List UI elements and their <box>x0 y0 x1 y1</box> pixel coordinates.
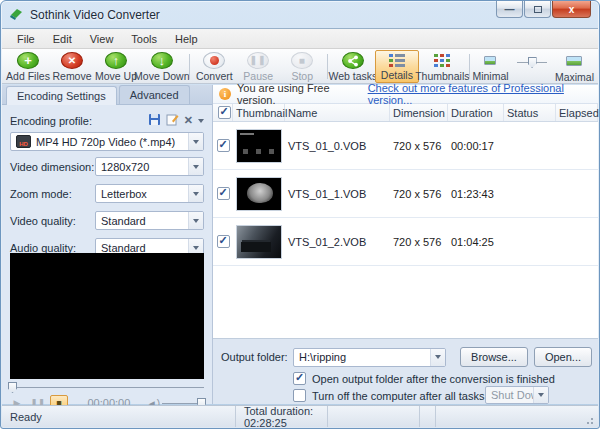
col-thumbnail[interactable]: Thumbnail <box>233 104 285 121</box>
video-thumbnail <box>236 129 282 163</box>
encoding-profile-value: MP4 HD 720p Video (*.mp4) <box>36 136 175 148</box>
web-tasks-label: Web tasks <box>328 70 377 82</box>
large-image-icon <box>566 56 582 66</box>
edit-profile-icon[interactable] <box>166 113 179 128</box>
thumbnails-button[interactable]: Thumbnails <box>419 50 466 83</box>
dropdown-arrow[interactable] <box>430 349 445 366</box>
add-files-button[interactable]: + Add Files <box>6 50 50 83</box>
seek-slider[interactable] <box>8 382 206 393</box>
professional-version-link[interactable]: Check out more features of Professional … <box>368 82 598 106</box>
maximize-button[interactable] <box>524 1 551 18</box>
open-folder-option[interactable]: Open output folder after the conversion … <box>293 372 555 385</box>
tab-advanced[interactable]: Advanced <box>119 85 190 104</box>
row-checkbox[interactable] <box>217 187 230 200</box>
row-checkbox[interactable] <box>217 235 230 248</box>
table-header: Thumbnail Name Dimension Duration Status… <box>213 104 598 122</box>
video-dimension-select[interactable]: 1280x720 <box>95 157 204 176</box>
dropdown-arrow[interactable] <box>188 133 203 150</box>
file-elapsed <box>556 122 598 169</box>
pause-button[interactable]: ❚❚ Pause <box>236 50 280 83</box>
video-thumbnail <box>236 177 282 211</box>
remove-label: Remove <box>52 70 91 82</box>
minimize-button[interactable]: — <box>496 1 523 18</box>
status-panel <box>436 406 598 427</box>
menu-tools[interactable]: Tools <box>122 31 166 47</box>
info-icon: i <box>219 88 231 100</box>
stop-button[interactable]: ■ Stop <box>280 50 324 83</box>
web-tasks-button[interactable]: Web tasks <box>331 50 375 83</box>
col-duration[interactable]: Duration <box>448 104 504 121</box>
details-button[interactable]: Details <box>375 50 419 83</box>
file-status <box>504 170 556 217</box>
save-profile-icon[interactable] <box>148 113 161 128</box>
record-icon <box>203 52 225 69</box>
file-status <box>504 122 556 169</box>
details-label: Details <box>381 69 413 81</box>
delete-profile-icon[interactable]: ✕ <box>184 114 193 127</box>
video-quality-select[interactable]: Standard <box>95 211 204 230</box>
dropdown-arrow[interactable] <box>188 158 203 175</box>
add-icon: + <box>17 52 39 69</box>
left-tabs: Encoding Settings Advanced <box>2 85 212 105</box>
slider-thumb[interactable] <box>528 57 537 68</box>
encoding-profile-select[interactable]: MP4 HD 720p Video (*.mp4) <box>10 132 204 151</box>
remove-button[interactable]: ✕ Remove <box>50 50 94 83</box>
audio-quality-label: Audio quality: <box>10 242 95 254</box>
free-version-banner: i You are using Free version. Check out … <box>213 85 598 104</box>
title-bar[interactable]: Sothink Video Converter — x <box>1 1 599 28</box>
select-all-checkbox[interactable] <box>218 106 231 119</box>
task-panel: i You are using Free version. Check out … <box>213 85 598 404</box>
col-status[interactable]: Status <box>504 104 556 121</box>
col-name[interactable]: Name <box>285 104 390 121</box>
select-all-cell <box>213 104 233 121</box>
tab-encoding-settings[interactable]: Encoding Settings <box>6 86 117 105</box>
shutdown-select[interactable]: Shut Down <box>485 386 549 404</box>
file-duration: 01:23:43 <box>448 170 504 217</box>
table-row[interactable]: VTS_01_2.VOB 720 x 576 01:04:25 <box>213 218 598 266</box>
table-row[interactable]: VTS_01_0.VOB 720 x 576 00:00:17 <box>213 122 598 170</box>
move-up-button[interactable]: ↑ Move Up <box>94 50 138 83</box>
thumbnails-icon <box>434 52 450 69</box>
file-dimension: 720 x 576 <box>390 218 448 265</box>
video-thumbnail <box>236 225 282 259</box>
turn-off-checkbox[interactable] <box>293 389 306 402</box>
maximal-size: Maximal <box>555 50 594 83</box>
dropdown-arrow[interactable] <box>188 185 203 202</box>
encoding-panel: Encoding Settings Advanced Encoding prof… <box>2 85 213 404</box>
file-status <box>504 218 556 265</box>
video-quality-value: Standard <box>101 215 146 227</box>
file-elapsed <box>556 170 598 217</box>
thumbnail-size-slider[interactable] <box>517 57 547 68</box>
close-button[interactable]: x <box>552 1 591 18</box>
row-checkbox[interactable] <box>217 139 230 152</box>
status-panel <box>420 406 436 427</box>
profile-menu-caret[interactable] <box>198 119 204 123</box>
add-files-label: Add Files <box>6 70 50 82</box>
zoom-mode-value: Letterbox <box>101 188 147 200</box>
table-row[interactable]: VTS_01_1.VOB 720 x 576 01:23:43 <box>213 170 598 218</box>
move-down-button[interactable]: ↓ Move Down <box>138 50 186 83</box>
file-duration: 01:04:25 <box>448 218 504 265</box>
open-button[interactable]: Open... <box>534 347 592 367</box>
menu-help[interactable]: Help <box>166 31 207 47</box>
col-elapsed[interactable]: Elapsed <box>556 104 598 121</box>
convert-button[interactable]: Convert <box>192 50 236 83</box>
menu-file[interactable]: File <box>8 31 44 47</box>
open-folder-checkbox[interactable] <box>293 372 306 385</box>
output-folder-select[interactable]: H:\ripping <box>293 348 446 367</box>
dropdown-arrow[interactable] <box>533 387 548 403</box>
col-dimension[interactable]: Dimension <box>390 104 448 121</box>
file-name: VTS_01_0.VOB <box>285 122 390 169</box>
menu-edit[interactable]: Edit <box>44 31 81 47</box>
toolbar: + Add Files ✕ Remove ↑ Move Up ↓ Move Do… <box>2 49 598 84</box>
menu-view[interactable]: View <box>81 31 123 47</box>
app-icon <box>9 7 24 22</box>
status-panel <box>328 406 420 427</box>
browse-button[interactable]: Browse... <box>460 347 528 367</box>
zoom-mode-select[interactable]: Letterbox <box>95 184 204 203</box>
arrow-down-icon: ↓ <box>151 52 173 69</box>
video-quality-label: Video quality: <box>10 215 95 227</box>
seek-thumb[interactable] <box>8 382 17 393</box>
resize-grip[interactable] <box>586 415 596 425</box>
dropdown-arrow[interactable] <box>188 212 203 229</box>
